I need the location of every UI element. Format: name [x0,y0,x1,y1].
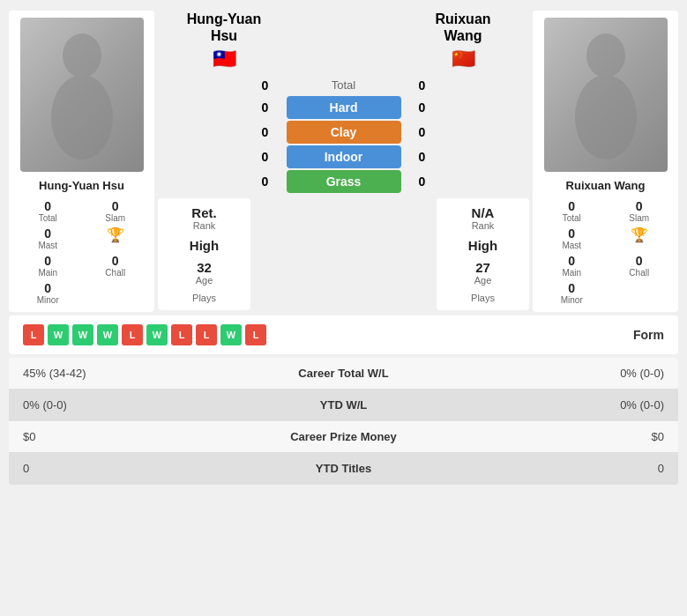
left-mast-value: 0 [44,226,51,241]
left-age-item: 32 Age [165,260,243,286]
form-section: LWWWLWLLWL Form [9,315,678,354]
form-badge-w: W [146,324,168,345]
clay-left-score: 0 [248,125,283,139]
grass-surface-btn[interactable]: Grass [287,170,401,193]
stats-right-value: 0% (0-0) [441,398,665,412]
stats-center-label: YTD W/L [247,398,441,412]
right-trophy-icon: 🏆 [631,226,648,243]
right-mast-value: 0 [568,226,575,241]
clay-surface-btn[interactable]: Clay [287,121,401,144]
right-chall-value: 0 [636,254,643,268]
right-total-stat: 0 Total [540,199,604,223]
right-high-item: High [444,238,522,253]
left-mast-stat: 0 Mast [16,226,80,250]
form-badges: LWWWLWLLWL [23,324,266,345]
left-minor-stat: 0 Minor [16,281,80,305]
left-total-stat: 0 Total [16,199,80,223]
svg-point-2 [586,33,625,78]
hard-row: 0 Hard 0 [158,96,529,119]
stats-left-value: 45% (34-42) [23,367,247,380]
grass-row: 0 Grass 0 [158,170,529,193]
right-trophy-icon-container: 🏆 [608,226,672,250]
left-age-value: 32 [197,260,212,275]
indoor-right-score: 0 [405,150,440,164]
left-minor-label: Minor [37,295,59,305]
svg-point-0 [63,33,101,78]
form-badge-l: L [23,324,44,345]
right-main-visible: 0 Main [540,254,604,278]
left-slam-stat: 0 Slam [84,199,148,223]
indoor-row: 0 Indoor 0 [158,145,529,168]
info-boxes-row: Ret. Rank High 32 Age Plays [158,198,529,310]
right-age-label: Age [474,275,492,286]
stats-left-value: 0 [23,462,247,475]
left-high-value: High [190,238,219,253]
left-info-box: Ret. Rank High 32 Age Plays [158,198,250,310]
right-flag: 🇨🇳 [452,48,475,71]
form-badge-l: L [196,324,217,345]
left-chall-value: 0 [112,254,119,268]
left-main-value2: 0 [44,254,51,268]
left-name-block: Hung-YuanHsu 🇹🇼 [158,11,290,71]
stats-row: 0YTD Titles0 [9,453,678,485]
right-chall-stat: 0 Chall [608,254,672,278]
right-name-center: RuixuanWang [435,11,490,44]
right-main-label: Main [562,268,581,278]
grass-right-score: 0 [405,174,440,189]
indoor-surface-btn[interactable]: Indoor [287,145,401,168]
grass-left-score: 0 [248,174,283,189]
left-trophy-icon: 🏆 [107,226,124,243]
left-minor-value: 0 [44,281,51,295]
left-name-center: Hung-YuanHsu [187,11,261,44]
right-minor-label: Minor [561,295,583,305]
right-chall-label: Chall [629,268,649,278]
hard-right-score: 0 [405,100,440,115]
left-total-label: Total [39,213,57,223]
total-left-score: 0 [248,78,283,93]
left-player-card: Hung-Yuan Hsu 0 Total 0 Slam 0 Mast 🏆 [9,11,154,312]
hard-surface-btn[interactable]: Hard [287,96,401,119]
form-badge-l: L [171,324,192,345]
right-age-item: 27 Age [444,260,522,286]
left-player-avatar [20,18,144,172]
total-right-score: 0 [405,78,440,93]
clay-row: 0 Clay 0 [158,121,529,144]
svg-point-1 [51,75,113,160]
form-badge-w: W [97,324,118,345]
right-slam-stat: 0 Slam [608,199,672,223]
left-rank-label: Rank [193,220,216,231]
hard-left-score: 0 [248,100,283,115]
right-plays-item: Plays [444,293,522,303]
right-high-value: High [468,238,497,253]
right-minor-stat: 0 Minor [540,281,604,305]
left-rank-item: Ret. Rank [165,205,243,231]
right-name-block: RuixuanWang 🇨🇳 [397,11,529,71]
right-total-label: Total [563,213,581,223]
right-minor-value: 0 [568,281,575,295]
left-mast-label: Mast [38,241,57,250]
total-label: Total [287,76,401,94]
clay-right-score: 0 [405,125,440,139]
players-row: Hung-Yuan Hsu 0 Total 0 Slam 0 Mast 🏆 [0,0,687,315]
stats-table: 45% (34-42)Career Total W/L0% (0-0)0% (0… [9,358,678,485]
stats-center-label: YTD Titles [247,462,441,475]
stats-left-value: 0% (0-0) [23,398,247,412]
left-flag: 🇹🇼 [213,48,236,71]
total-row: 0 Total 0 [158,76,529,94]
center-area: Hung-YuanHsu 🇹🇼 RuixuanWang 🇨🇳 0 Total 0… [158,11,529,310]
right-plays-label: Plays [471,293,495,303]
right-mast-stat: 0 Mast [540,226,604,250]
left-chall-label: Chall [105,268,125,278]
svg-point-3 [575,75,637,160]
stats-left-value: $0 [23,430,247,443]
right-slam-label: Slam [629,213,649,223]
left-slam-value: 0 [112,199,119,213]
main-container: Hung-Yuan Hsu 0 Total 0 Slam 0 Mast 🏆 [0,0,687,485]
left-rank-value: Ret. [191,205,216,220]
stats-center-label: Career Total W/L [247,367,441,380]
right-rank-value: N/A [472,205,495,220]
indoor-left-score: 0 [248,150,283,164]
left-trophy-icon-container: 🏆 [84,226,148,250]
left-player-stats: 0 Total 0 Slam 0 Mast 🏆 0 Main [16,199,147,305]
form-label: Form [633,328,664,342]
